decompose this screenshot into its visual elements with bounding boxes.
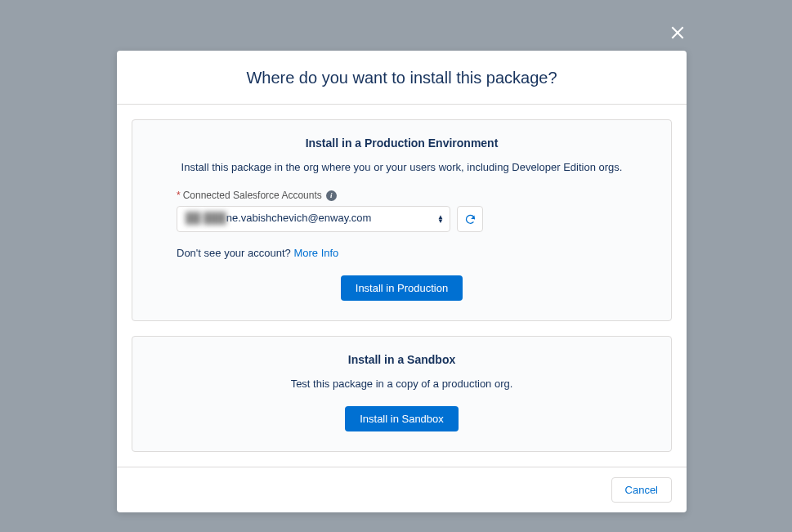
no-account-hint: Don't see your account? More Info: [177, 247, 627, 259]
install-package-modal: Where do you want to install this packag…: [117, 51, 687, 512]
refresh-button[interactable]: [457, 206, 483, 232]
cancel-button[interactable]: Cancel: [611, 477, 672, 503]
account-select-wrap: ██ ███ne.vabishchevich@enway.com ▲▼: [177, 206, 450, 232]
account-row: ██ ███ne.vabishchevich@enway.com ▲▼: [177, 206, 627, 232]
refresh-icon: [464, 213, 477, 226]
install-sandbox-button[interactable]: Install in Sandbox: [345, 406, 459, 431]
account-field-label: * Connected Salesforce Accounts i: [177, 190, 627, 201]
account-label-text: Connected Salesforce Accounts: [183, 190, 322, 201]
production-title: Install in a Production Environment: [177, 136, 627, 150]
more-info-link[interactable]: More Info: [293, 247, 338, 259]
production-section: Install in a Production Environment Inst…: [132, 119, 672, 321]
modal-body: Install in a Production Environment Inst…: [117, 105, 687, 467]
account-obscured-part: ██ ███: [186, 212, 226, 224]
production-description: Install this package in the org where yo…: [177, 161, 627, 173]
sandbox-description: Test this package in a copy of a product…: [177, 378, 627, 390]
close-button[interactable]: [668, 23, 687, 42]
account-visible-part: ne.vabishchevich@enway.com: [226, 212, 372, 224]
modal-title: Where do you want to install this packag…: [133, 69, 670, 87]
close-icon: [669, 25, 686, 41]
sandbox-section: Install in a Sandbox Test this package i…: [132, 336, 672, 452]
install-production-button[interactable]: Install in Production: [341, 275, 463, 301]
modal-header: Where do you want to install this packag…: [117, 51, 687, 105]
account-select[interactable]: ██ ███ne.vabishchevich@enway.com: [177, 206, 450, 232]
required-indicator: *: [177, 190, 181, 201]
sandbox-title: Install in a Sandbox: [177, 353, 627, 366]
modal-footer: Cancel: [117, 467, 687, 512]
no-account-text: Don't see your account?: [177, 247, 293, 259]
info-icon[interactable]: i: [326, 190, 337, 201]
